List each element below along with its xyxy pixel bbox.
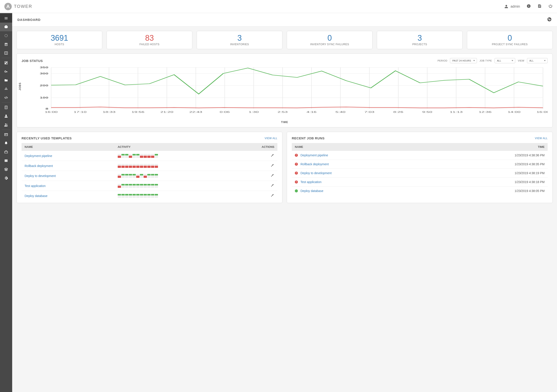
brand-logo[interactable]: A TOWER — [4, 3, 32, 10]
svg-text:9:50: 9:50 — [422, 111, 432, 113]
sidebar-item-users[interactable] — [0, 112, 12, 120]
sidebar-item-teams[interactable] — [0, 120, 12, 129]
job-link[interactable]: Test application — [301, 180, 322, 184]
template-link[interactable]: Test application — [25, 184, 46, 188]
svg-rect-20 — [7, 107, 7, 108]
template-link[interactable]: Deploy database — [25, 194, 48, 198]
sidebar-item-management-jobs[interactable] — [0, 148, 12, 156]
svg-rect-22 — [7, 108, 7, 108]
stat-value: 3691 — [19, 34, 100, 42]
job-time: 1/23/2019 4:38:18 PM — [431, 178, 548, 186]
job-link[interactable]: Rollback deployment — [301, 162, 329, 166]
sidebar-item-inventories[interactable] — [0, 85, 12, 93]
stat-card[interactable]: 3 PROJECTS — [377, 31, 463, 49]
sidebar-item-applications[interactable] — [0, 165, 12, 174]
sidebar-item-templates[interactable] — [0, 58, 12, 67]
sidebar-item-dashboard[interactable] — [0, 23, 12, 31]
view-select[interactable]: ALL — [527, 58, 548, 63]
svg-text:11:13: 11:13 — [450, 111, 463, 113]
launch-icon[interactable] — [270, 163, 274, 168]
svg-point-23 — [5, 123, 6, 125]
stat-card[interactable]: 0 INVENTORY SYNC FAILURES — [287, 31, 372, 49]
sidebar-item-jobs[interactable] — [0, 31, 12, 40]
stat-value: 0 — [289, 34, 370, 42]
launch-icon[interactable] — [270, 193, 274, 198]
svg-point-2 — [6, 27, 7, 28]
period-select[interactable]: PAST 24 HOURS — [450, 58, 477, 63]
activity-sparkline — [118, 154, 227, 158]
user-menu[interactable]: admin — [504, 5, 520, 8]
col-name: NAME — [22, 143, 115, 151]
col-actions: ACTIONS — [230, 143, 278, 151]
launch-icon[interactable] — [270, 174, 274, 178]
jobs-table: NAME TIME Deployment pipeline 1/23/2019 … — [292, 143, 548, 195]
stat-label: PROJECT SYNC FAILURES — [469, 43, 550, 46]
sidebar-item-credentials[interactable] — [0, 67, 12, 76]
job-link[interactable]: Deployment pipeline — [301, 153, 328, 157]
job-link[interactable]: Deploy to development — [301, 171, 332, 175]
sidebar-item-organizations[interactable] — [0, 103, 12, 112]
stat-label: PROJECTS — [379, 43, 460, 46]
col-activity: ACTIVITY — [115, 143, 230, 151]
svg-point-13 — [5, 89, 5, 90]
docs-icon[interactable] — [537, 4, 542, 9]
stat-card[interactable]: 83 FAILED HOSTS — [106, 31, 192, 49]
table-row: Rollback deployment — [22, 161, 278, 171]
sidebar-item-instance-groups[interactable] — [0, 156, 12, 165]
svg-text:17:10: 17:10 — [74, 111, 86, 113]
col-time: TIME — [431, 143, 548, 151]
template-link[interactable]: Rollback deployment — [25, 164, 53, 168]
period-label: PERIOD — [438, 59, 447, 62]
info-icon[interactable]: i — [526, 4, 531, 9]
templates-title: RECENTLY USED TEMPLATES — [22, 136, 72, 140]
job-time: 1/23/2019 4:38:35 PM — [431, 160, 548, 169]
svg-text:1:30: 1:30 — [249, 111, 259, 113]
template-link[interactable]: Deploy to development — [25, 174, 56, 178]
sidebar-item-inventory-scripts[interactable] — [0, 93, 12, 102]
svg-text:7:03: 7:03 — [364, 111, 375, 113]
stat-label: INVENTORY SYNC FAILURES — [289, 43, 370, 46]
launch-icon[interactable] — [270, 184, 274, 188]
stat-label: FAILED HOSTS — [109, 43, 190, 46]
svg-rect-5 — [6, 44, 6, 45]
svg-text:16:00: 16:00 — [537, 111, 548, 113]
svg-text:21:20: 21:20 — [160, 111, 173, 113]
job-link[interactable]: Deploy database — [301, 189, 323, 193]
svg-point-3 — [5, 34, 7, 37]
jobtype-select[interactable]: ALL — [495, 58, 515, 63]
svg-text:200: 200 — [40, 84, 48, 87]
activity-sparkline — [118, 174, 227, 178]
brand-name: TOWER — [14, 4, 32, 9]
page-header: DASHBOARD — [12, 13, 557, 26]
templates-view-all[interactable]: VIEW ALL — [265, 137, 278, 140]
svg-rect-18 — [7, 106, 7, 107]
svg-text:12:36: 12:36 — [479, 111, 491, 113]
svg-rect-19 — [5, 107, 6, 108]
sidebar-item-schedules[interactable] — [0, 40, 12, 49]
sidebar-item-portal[interactable] — [0, 49, 12, 57]
stat-card[interactable]: 3 INVENTORIES — [197, 31, 282, 49]
launch-icon[interactable] — [270, 153, 274, 158]
sidebar-item-projects[interactable] — [0, 76, 12, 85]
power-icon[interactable] — [548, 4, 553, 9]
job-time: 1/23/2019 4:38:05 PM — [431, 186, 548, 195]
activity-stream-icon[interactable] — [547, 17, 552, 22]
sidebar-item-settings[interactable] — [0, 174, 12, 182]
table-row: Deployment pipeline 1/23/2019 4:38:36 PM — [292, 151, 548, 160]
stat-card[interactable]: 0 PROJECT SYNC FAILURES — [467, 31, 553, 49]
svg-text:19:56: 19:56 — [131, 111, 144, 113]
svg-rect-26 — [5, 160, 8, 160]
svg-point-15 — [7, 89, 7, 90]
view-label: VIEW — [518, 59, 524, 62]
table-row: Rollback deployment 1/23/2019 4:38:35 PM — [292, 160, 548, 169]
template-link[interactable]: Deployment pipeline — [25, 154, 52, 158]
table-row: Deploy to development — [22, 171, 278, 181]
table-row: Deploy to development 1/23/2019 4:38:19 … — [292, 169, 548, 178]
jobs-view-all[interactable]: VIEW ALL — [535, 137, 548, 140]
sidebar-toggle[interactable] — [0, 14, 12, 23]
col-name: NAME — [292, 143, 431, 151]
sidebar-item-credential-types[interactable] — [0, 130, 12, 139]
stat-card[interactable]: 3691 HOSTS — [16, 31, 102, 49]
sidebar-item-notifications[interactable] — [0, 139, 12, 148]
job-time: 1/23/2019 4:38:36 PM — [431, 151, 548, 160]
